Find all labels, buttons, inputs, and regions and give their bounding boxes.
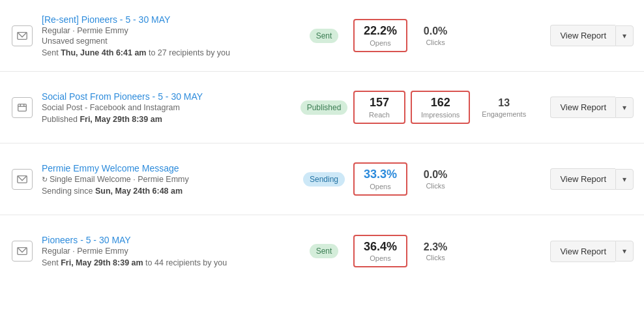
stat-label: Opens <box>364 39 397 47</box>
status-badge: Sending <box>303 172 345 187</box>
campaign-status-col: Published <box>295 100 353 115</box>
col-icon <box>10 169 34 190</box>
campaign-row: Permie Emmy Welcome Message↻Single Email… <box>0 143 644 215</box>
stat-value: 0.0% <box>419 168 452 181</box>
campaign-status-col: Sent <box>295 244 353 258</box>
view-report-button[interactable]: View Report <box>550 97 615 118</box>
report-dropdown-button[interactable]: ▾ <box>615 97 634 118</box>
campaign-status-col: Sending <box>295 172 353 187</box>
report-dropdown-button[interactable]: ▾ <box>615 25 634 46</box>
campaign-info: Social Post From Pioneers - 5 - 30 MAYSo… <box>34 91 295 124</box>
stat-value: 36.4% <box>364 240 397 254</box>
campaign-actions: View Report▾ <box>549 241 634 262</box>
campaign-status-col: Sent <box>295 29 353 43</box>
stat-value: 0.0% <box>419 25 452 37</box>
stat-value: 13 <box>482 97 526 109</box>
stat-label: Impressions <box>421 111 460 119</box>
status-badge: Sent <box>310 244 339 258</box>
campaign-title[interactable]: Permie Emmy Welcome Message <box>42 163 179 173</box>
campaign-subtitle: Social Post - Facebook and Instagram <box>42 103 289 112</box>
stat-value: 2.3% <box>419 241 452 253</box>
campaign-info: Permie Emmy Welcome Message↻Single Email… <box>34 163 295 196</box>
campaign-stats: 157Reach162Impressions13Engagements <box>353 91 549 124</box>
col-icon <box>10 25 34 46</box>
view-report-button[interactable]: View Report <box>550 241 615 262</box>
stat-opens: 22.2%Opens <box>353 19 407 52</box>
stat-clicks: 0.0%Clicks <box>413 164 458 193</box>
campaign-date: Sent Thu, June 4th 6:41 am to 27 recipie… <box>42 48 289 57</box>
view-report-button[interactable]: View Report <box>550 25 615 46</box>
campaign-stats: 22.2%Opens0.0%Clicks <box>353 19 549 52</box>
campaign-actions: View Report▾ <box>549 25 634 46</box>
report-dropdown-button[interactable]: ▾ <box>615 169 634 190</box>
email-icon <box>12 25 33 46</box>
stat-label: Reach <box>364 111 395 119</box>
campaign-row: Social Post From Pioneers - 5 - 30 MAYSo… <box>0 72 644 143</box>
campaign-stats: 36.4%Opens2.3%Clicks <box>353 235 549 268</box>
campaign-actions: View Report▾ <box>549 168 634 190</box>
campaign-title[interactable]: Pioneers - 5 - 30 MAY <box>42 235 131 245</box>
stat-label: Opens <box>364 183 397 190</box>
stat-clicks: 0.0%Clicks <box>413 21 458 50</box>
stat-value: 33.3% <box>364 168 397 182</box>
campaign-list: [Re-sent] Pioneers - 5 - 30 MAYRegular ·… <box>0 0 644 287</box>
campaign-segment: Unsaved segment <box>42 37 289 46</box>
svg-rect-1 <box>18 104 27 111</box>
stat-value: 22.2% <box>364 24 397 38</box>
view-report-button[interactable]: View Report <box>550 168 615 190</box>
campaign-date: Sent Fri, May 29th 8:39 am to 44 recipie… <box>42 258 289 267</box>
stat-label: Opens <box>364 254 397 262</box>
col-icon <box>10 241 34 262</box>
campaign-date: Published Fri, May 29th 8:39 am <box>42 115 289 124</box>
stat-value: 162 <box>421 96 460 110</box>
status-badge: Sent <box>310 29 339 43</box>
campaign-row: Pioneers - 5 - 30 MAYRegular · Permie Em… <box>0 215 644 287</box>
stat-label: Clicks <box>419 182 452 190</box>
campaign-stats: 33.3%Opens0.0%Clicks <box>353 162 549 196</box>
campaign-info: [Re-sent] Pioneers - 5 - 30 MAYRegular ·… <box>34 14 295 57</box>
campaign-title[interactable]: Social Post From Pioneers - 5 - 30 MAY <box>42 91 203 102</box>
stat-clicks: 162Impressions <box>411 91 470 124</box>
campaign-actions: View Report▾ <box>549 97 634 118</box>
campaign-info: Pioneers - 5 - 30 MAYRegular · Permie Em… <box>34 235 295 267</box>
stat-clicks: 2.3%Clicks <box>413 237 458 265</box>
campaign-subtitle: Regular · Permie Emmy <box>42 247 289 256</box>
stat-label: Engagements <box>482 110 526 118</box>
stat-opens: 36.4%Opens <box>353 235 407 268</box>
campaign-date: Sending since Sun, May 24th 6:48 am <box>42 187 289 196</box>
stat-opens: 33.3%Opens <box>353 162 407 196</box>
campaign-subtitle: Regular · Permie Emmy <box>42 26 289 35</box>
stat-label: Clicks <box>419 254 452 262</box>
report-dropdown-button[interactable]: ▾ <box>615 241 634 262</box>
social-icon <box>12 97 33 118</box>
campaign-title[interactable]: [Re-sent] Pioneers - 5 - 30 MAY <box>42 14 170 25</box>
email-icon <box>12 169 33 190</box>
stat-opens: 157Reach <box>353 91 405 124</box>
campaign-subtitle: ↻Single Email Welcome · Permie Emmy <box>42 175 289 184</box>
campaign-row: [Re-sent] Pioneers - 5 - 30 MAYRegular ·… <box>0 0 644 72</box>
status-badge: Published <box>300 100 348 115</box>
stat-engagements: 13Engagements <box>475 93 533 121</box>
stat-value: 157 <box>364 96 395 110</box>
email-icon <box>12 241 33 262</box>
col-icon <box>10 97 34 118</box>
stat-label: Clicks <box>419 38 452 46</box>
